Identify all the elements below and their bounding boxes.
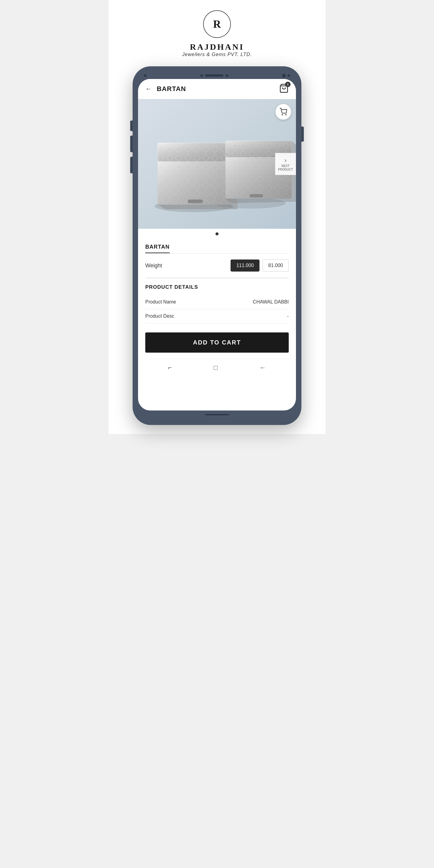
- nav-recents-icon[interactable]: ⌐: [168, 364, 172, 372]
- volume-down-button: [130, 135, 133, 152]
- cart-overlay-button[interactable]: [276, 104, 291, 120]
- logo-subtitle: Jewellers & Gems PVT. LTD.: [182, 52, 252, 57]
- add-to-cart-button[interactable]: ADD TO CART: [145, 333, 289, 352]
- product-tab-label: BARTAN: [145, 244, 170, 250]
- svg-point-48: [282, 115, 283, 115]
- svg-rect-37: [188, 199, 203, 203]
- page-wrapper: R RAJDHANI Jewellers & Gems PVT. LTD.: [108, 0, 326, 434]
- weight-btn-1[interactable]: 111.000: [230, 259, 259, 272]
- camera-area: [282, 74, 290, 78]
- weight-buttons: 111.000 81.000: [230, 259, 289, 272]
- product-image: [138, 99, 296, 229]
- weight-btn-2[interactable]: 81.000: [262, 259, 289, 272]
- nav-home-icon[interactable]: □: [214, 364, 218, 372]
- earpiece: [205, 74, 223, 76]
- pagination-dot-1[interactable]: [216, 232, 218, 236]
- phone-screen: ← BARTAN 6: [138, 79, 296, 410]
- detail-row-desc: Product Desc -: [145, 309, 289, 323]
- nav-back-icon[interactable]: ←: [259, 364, 266, 372]
- product-info: BARTAN Weight 111.000 81.000 PRODUCT DET…: [138, 239, 296, 359]
- speaker-dot2: [226, 74, 228, 77]
- svg-point-49: [286, 115, 286, 115]
- back-button[interactable]: ←: [145, 85, 152, 93]
- phone-bottom-bar: [138, 410, 296, 419]
- detail-value-desc: -: [287, 313, 289, 319]
- svg-marker-39: [158, 205, 238, 209]
- detail-key-name: Product Name: [145, 299, 253, 305]
- next-product-button[interactable]: › NEXTPRODUCT: [275, 153, 296, 175]
- add-to-cart-section: ADD TO CART: [145, 327, 289, 359]
- next-product-label: NEXTPRODUCT: [278, 164, 293, 172]
- weight-label: Weight: [145, 262, 230, 269]
- weight-row: Weight 111.000 81.000: [145, 253, 289, 278]
- svg-rect-36: [158, 158, 230, 205]
- svg-rect-45: [250, 194, 263, 197]
- speaker-dot1: [200, 74, 203, 77]
- bottom-nav: ⌐ □ ←: [138, 359, 296, 378]
- phone-top-sensors: [138, 72, 296, 79]
- sensor-right: [287, 74, 290, 77]
- cart-badge: 6: [285, 82, 290, 87]
- detail-row-name: Product Name CHAWAL DABBI: [145, 295, 289, 309]
- detail-key-desc: Product Desc: [145, 313, 287, 319]
- page-title: BARTAN: [157, 85, 186, 93]
- phone-mockup: ← BARTAN 6: [133, 66, 301, 425]
- front-camera: [282, 74, 286, 78]
- product-details-section: PRODUCT DETAILS Product Name CHAWAL DABB…: [145, 278, 289, 327]
- svg-text:R: R: [213, 18, 221, 30]
- product-tab: BARTAN: [145, 239, 170, 253]
- silent-button: [130, 157, 133, 173]
- product-details-title: PRODUCT DETAILS: [145, 284, 289, 290]
- home-indicator: [205, 414, 229, 415]
- next-chevron-icon: ›: [278, 157, 293, 164]
- logo-area: R RAJDHANI Jewellers & Gems PVT. LTD.: [182, 9, 252, 57]
- speaker-area: [200, 74, 228, 77]
- product-image-area: › NEXTPRODUCT: [138, 99, 296, 229]
- logo-emblem: R: [202, 9, 232, 39]
- app-header: ← BARTAN 6: [138, 79, 296, 99]
- sensor-left: [144, 74, 147, 77]
- detail-value-name: CHAWAL DABBI: [253, 299, 289, 305]
- power-button: [301, 127, 304, 142]
- volume-up-button: [130, 121, 133, 131]
- image-pagination: [138, 229, 296, 239]
- logo-title: RAJDHANI: [190, 42, 244, 52]
- cart-header-button[interactable]: 6: [279, 84, 289, 94]
